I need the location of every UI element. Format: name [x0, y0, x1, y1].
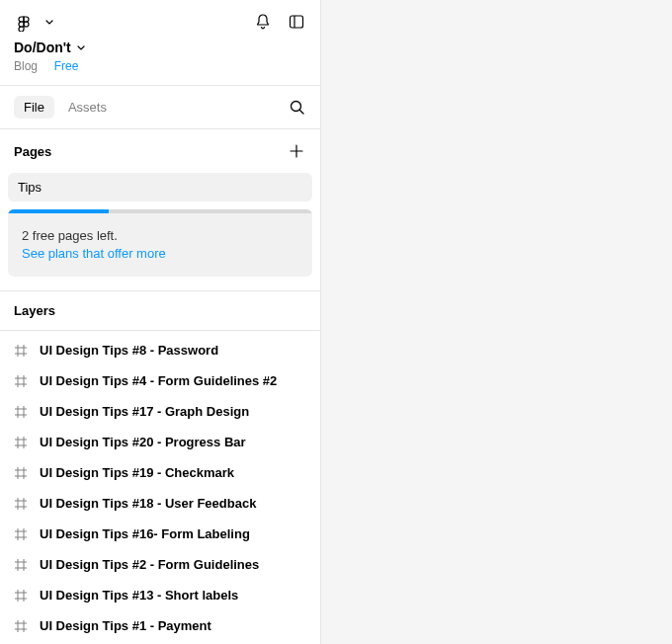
bell-icon[interactable]	[253, 12, 273, 32]
chevron-down-icon[interactable]	[77, 45, 85, 50]
layer-label: UI Design Tips #2 - Form Guidelines	[40, 557, 259, 572]
canvas-area[interactable]	[321, 0, 672, 644]
layer-row[interactable]: UI Design Tips #18 - User Feedback	[0, 488, 320, 519]
breadcrumb-project[interactable]: Blog	[14, 59, 38, 73]
frame-icon	[14, 619, 28, 633]
frame-icon	[14, 589, 28, 603]
layer-label: UI Design Tips #1 - Payment	[40, 618, 211, 633]
layer-row[interactable]: UI Design Tips #20 - Progress Bar	[0, 427, 320, 457]
quota-message: 2 free pages left.	[22, 227, 298, 245]
layer-label: UI Design Tips #19 - Checkmark	[40, 465, 234, 480]
layers-header-label: Layers	[14, 303, 55, 318]
page-item-tips[interactable]: Tips	[8, 173, 312, 201]
svg-rect-1	[291, 16, 303, 28]
layer-row[interactable]: UI Design Tips #1 - Payment	[0, 610, 320, 641]
chevron-down-icon[interactable]	[40, 12, 59, 32]
layer-row[interactable]: UI Design Tips #16- Form Labeling	[0, 519, 320, 549]
layer-label: UI Design Tips #16- Form Labeling	[40, 526, 250, 541]
frame-icon	[14, 374, 28, 388]
tab-assets[interactable]: Assets	[58, 96, 117, 119]
layers-section-header: Layers	[0, 291, 320, 330]
quota-link[interactable]: See plans that offer more	[22, 245, 298, 263]
layer-row[interactable]: UI Design Tips #8 - Password	[0, 335, 320, 365]
frame-icon	[14, 344, 28, 358]
layer-label: UI Design Tips #8 - Password	[40, 343, 218, 358]
pages-section-header: Pages	[0, 129, 320, 173]
svg-line-4	[299, 110, 303, 114]
top-bar	[0, 0, 320, 40]
pages-header-label: Pages	[14, 144, 51, 159]
frame-icon	[14, 497, 28, 511]
layer-label: UI Design Tips #20 - Progress Bar	[40, 435, 246, 449]
quota-bar-fill	[8, 209, 109, 213]
quota-bar	[8, 209, 312, 213]
left-sidebar: Do/Don't Blog Free File Assets Pages	[0, 0, 321, 644]
file-header: Do/Don't Blog Free	[0, 40, 320, 85]
tab-file[interactable]: File	[14, 96, 54, 119]
frame-icon	[14, 527, 28, 541]
frame-icon	[14, 436, 28, 449]
tabs-row: File Assets	[0, 86, 320, 128]
layer-row[interactable]: UI Design Tips #4 - Form Guidelines #2	[0, 365, 320, 396]
layer-row[interactable]: UI Design Tips #19 - Checkmark	[0, 457, 320, 488]
panel-toggle-icon[interactable]	[287, 12, 306, 32]
layer-label: UI Design Tips #4 - Form Guidelines #2	[40, 373, 277, 388]
frame-icon	[14, 466, 28, 480]
layer-label: UI Design Tips #13 - Short labels	[40, 588, 238, 603]
breadcrumb-plan-link[interactable]: Free	[54, 59, 79, 73]
frame-icon	[14, 558, 28, 572]
layer-row[interactable]: UI Design Tips #13 - Short labels	[0, 580, 320, 610]
breadcrumb: Blog Free	[14, 59, 306, 73]
file-title[interactable]: Do/Don't	[14, 40, 71, 55]
svg-point-0	[24, 22, 29, 27]
layer-label: UI Design Tips #18 - User Feedback	[40, 496, 256, 511]
layers-list: UI Design Tips #8 - PasswordUI Design Ti…	[0, 331, 320, 644]
layer-row[interactable]: UI Design Tips #17 - Graph Design	[0, 396, 320, 427]
search-icon[interactable]	[287, 98, 306, 118]
add-page-button[interactable]	[287, 141, 306, 161]
figma-logo-icon[interactable]	[14, 12, 34, 32]
frame-icon	[14, 405, 28, 419]
quota-card: 2 free pages left. See plans that offer …	[8, 209, 312, 277]
layer-row[interactable]: UI Design Tips #2 - Form Guidelines	[0, 549, 320, 580]
layer-label: UI Design Tips #17 - Graph Design	[40, 404, 249, 419]
